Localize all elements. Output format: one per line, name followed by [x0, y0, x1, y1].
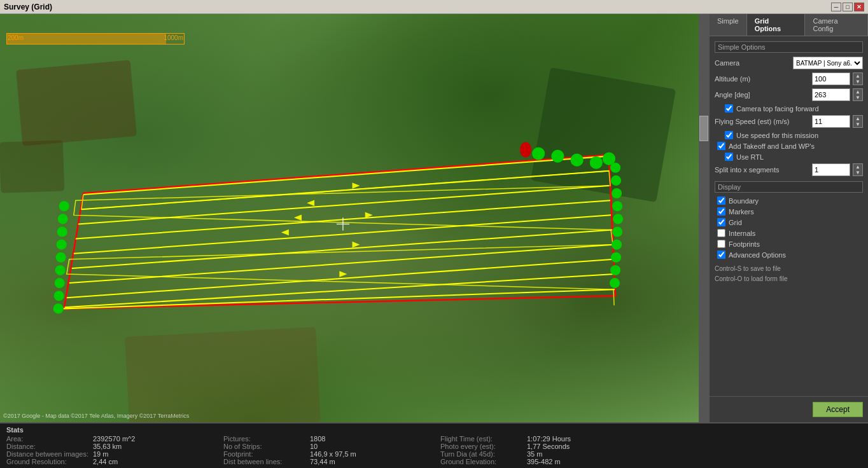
- add-takeoff-label: Add Takeoff and Land WP's: [729, 142, 815, 150]
- survey-overlay: [0, 14, 699, 422]
- altitude-down[interactable]: ▼: [853, 79, 862, 85]
- angle-down[interactable]: ▼: [853, 95, 862, 100]
- svg-point-26: [55, 278, 65, 288]
- tab-camera-config[interactable]: Camera Config: [805, 14, 868, 36]
- flying-speed-spinner[interactable]: ▲ ▼: [853, 115, 863, 128]
- add-takeoff-checkbox[interactable]: [717, 142, 725, 150]
- stats-row-strips: No of Strips: 10: [223, 443, 428, 450]
- split-input[interactable]: [812, 163, 850, 176]
- tab-bar: Simple Grid Options Camera Config: [710, 14, 868, 36]
- stats-footprint-value: 146,9 x 97,5 m: [310, 450, 356, 458]
- stats-turn-value: 35 m: [527, 450, 542, 458]
- angle-spinner[interactable]: ▲ ▼: [853, 88, 863, 101]
- simple-options-section: Simple Options: [715, 41, 863, 53]
- stats-row-dist-lines: Dist between lines: 73,44 m: [223, 458, 428, 465]
- stats-grid: Area: 2392570 m^2 Distance: 35,63 km Dis…: [6, 435, 862, 465]
- map-area[interactable]: 200m 1000m: [0, 14, 699, 422]
- svg-point-23: [57, 240, 67, 250]
- stats-row-distance: Distance: 35,63 km: [6, 443, 211, 450]
- altitude-spinner[interactable]: ▲ ▼: [853, 72, 863, 85]
- use-rtl-row: Use RTL: [715, 153, 863, 161]
- flying-speed-down[interactable]: ▼: [853, 121, 862, 127]
- stats-row-dist-images: Distance between images: 19 m: [6, 450, 211, 458]
- tab-simple[interactable]: Simple: [710, 14, 747, 36]
- camera-top-checkbox[interactable]: [725, 104, 733, 113]
- accept-btn-container: Accept: [710, 396, 868, 422]
- camera-top-label: Camera top facing forward: [736, 105, 819, 113]
- stats-area-value: 2392570 m^2: [93, 435, 135, 443]
- stats-distance-value: 35,63 km: [93, 443, 122, 450]
- stats-row-footprint: Footprint: 146,9 x 97,5 m: [223, 450, 428, 458]
- stats-row-area: Area: 2392570 m^2: [6, 435, 211, 443]
- angle-row: Angle [deg] ▲ ▼: [715, 88, 863, 101]
- minimize-button[interactable]: ─: [831, 3, 841, 11]
- footprints-checkbox[interactable]: [717, 240, 725, 248]
- camera-select[interactable]: BATMAP | Sony a6...: [793, 57, 863, 69]
- internals-checkbox[interactable]: [717, 229, 725, 237]
- svg-point-33: [613, 214, 623, 224]
- stats-footprint-label: Footprint:: [223, 450, 306, 458]
- advanced-options-row: Advanced Options: [715, 251, 863, 259]
- use-rtl-label: Use RTL: [736, 153, 764, 161]
- internals-row: Internals: [715, 229, 863, 237]
- svg-marker-15: [365, 212, 372, 217]
- split-row: Split into x segments ▲ ▼: [715, 163, 863, 176]
- stats-flight-time-label: Flight Time (est):: [440, 435, 523, 443]
- svg-marker-11: [308, 200, 314, 205]
- split-spinner[interactable]: ▲ ▼: [853, 163, 863, 176]
- camera-row: Camera BATMAP | Sony a6...: [715, 57, 863, 69]
- accept-button[interactable]: Accept: [813, 402, 863, 417]
- stats-distance-label: Distance:: [6, 443, 89, 450]
- svg-point-32: [612, 201, 622, 211]
- footprints-label: Footprints: [729, 240, 760, 248]
- stats-resolution-value: 2,44 cm: [93, 458, 118, 465]
- split-down[interactable]: ▼: [853, 170, 862, 176]
- angle-input[interactable]: [812, 88, 850, 101]
- flying-speed-up[interactable]: ▲: [853, 116, 862, 121]
- camera-label: Camera: [715, 59, 793, 67]
- stats-row-turn: Turn Dia (at 45d): 35 m: [440, 450, 645, 458]
- altitude-input[interactable]: [812, 72, 850, 85]
- angle-label: Angle [deg]: [715, 91, 809, 99]
- svg-point-40: [551, 150, 564, 163]
- use-rtl-checkbox[interactable]: [725, 153, 733, 161]
- stats-col-1: Area: 2392570 m^2 Distance: 35,63 km Dis…: [6, 435, 211, 465]
- grid-row: Grid: [715, 218, 863, 226]
- maximize-button[interactable]: □: [843, 3, 853, 11]
- stats-bar: Stats Area: 2392570 m^2 Distance: 35,63 …: [0, 422, 868, 468]
- angle-up[interactable]: ▲: [853, 89, 862, 95]
- copyright-text: ©2017 Google - Map data ©2017 Tele Atlas…: [3, 413, 189, 419]
- svg-marker-17: [340, 272, 346, 277]
- stats-dist-lines-value: 73,44 m: [310, 458, 335, 465]
- svg-point-41: [571, 154, 584, 167]
- svg-line-5: [74, 215, 611, 253]
- use-speed-label: Use speed for this mission: [736, 132, 818, 139]
- altitude-row: Altitude (m) ▲ ▼: [715, 72, 863, 85]
- altitude-up[interactable]: ▲: [853, 73, 862, 79]
- tab-grid-options[interactable]: Grid Options: [747, 14, 806, 36]
- svg-line-7: [69, 245, 613, 283]
- scrollbar-thumb[interactable]: [699, 116, 708, 141]
- close-button[interactable]: ✕: [854, 3, 864, 11]
- flying-speed-input[interactable]: [812, 115, 850, 128]
- advanced-options-checkbox[interactable]: [717, 251, 725, 259]
- stats-col-4: [657, 435, 862, 465]
- boundary-checkbox[interactable]: [717, 196, 725, 205]
- split-up[interactable]: ▲: [853, 164, 862, 170]
- stats-row-flight-time: Flight Time (est): 1:07:29 Hours: [440, 435, 645, 443]
- svg-marker-16: [353, 242, 359, 247]
- markers-checkbox[interactable]: [717, 207, 725, 216]
- svg-marker-0: [64, 155, 615, 309]
- svg-point-22: [57, 226, 67, 237]
- grid-checkbox[interactable]: [717, 218, 725, 226]
- svg-point-37: [610, 265, 620, 275]
- stats-pictures-value: 1808: [310, 435, 325, 443]
- svg-line-3: [78, 186, 609, 224]
- svg-point-35: [612, 240, 622, 250]
- grid-label: Grid: [729, 219, 742, 226]
- map-scrollbar[interactable]: [699, 14, 709, 422]
- stats-row-pictures: Pictures: 1808: [223, 435, 428, 443]
- svg-point-42: [590, 156, 603, 169]
- use-speed-checkbox[interactable]: [725, 131, 733, 139]
- svg-marker-12: [295, 215, 301, 220]
